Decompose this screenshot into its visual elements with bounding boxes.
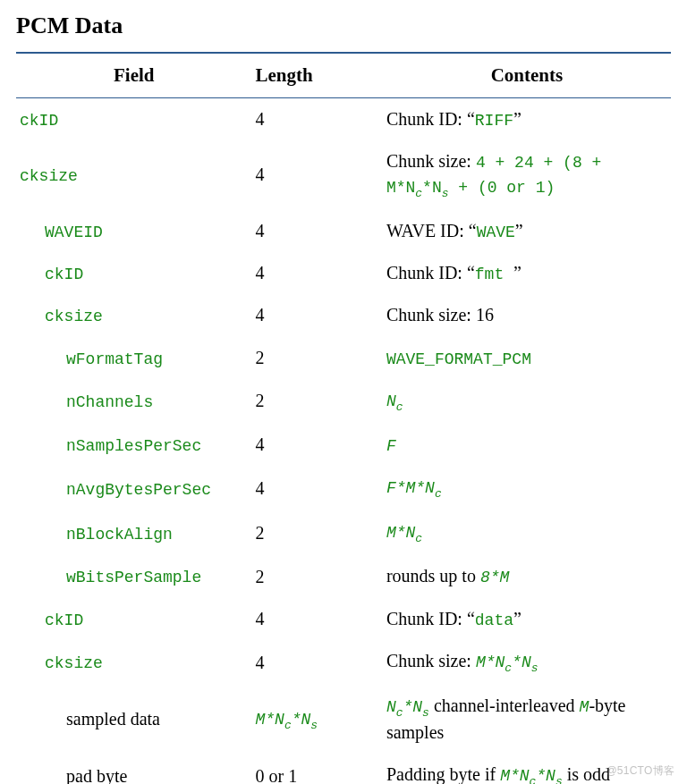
table-row: pad byte0 or 1Padding byte if M*Nc*Ns is… (16, 754, 671, 784)
cell-field: nAvgBytesPerSec (16, 466, 252, 510)
cell-length: 2 (252, 510, 383, 555)
cell-contents: Chunk ID: “fmt ” (383, 252, 671, 294)
cell-length: M*Nc*Ns (252, 685, 383, 754)
cell-contents: F (383, 424, 671, 466)
table-row: ckID4Chunk ID: “data” (16, 598, 671, 640)
cell-contents: F*M*Nc (383, 466, 671, 510)
cell-length: 4 (252, 424, 383, 466)
cell-field: cksize (16, 140, 252, 209)
table-row: ckID4Chunk ID: “fmt ” (16, 252, 671, 294)
table-row: ckID4Chunk ID: “RIFF” (16, 98, 671, 141)
table-row: cksize4Chunk size: 4 + 24 + (8 + M*Nc*Ns… (16, 140, 671, 209)
cell-field: ckID (16, 252, 252, 294)
cell-length: 2 (252, 337, 383, 379)
table-row: nSamplesPerSec4F (16, 424, 671, 466)
cell-length: 2 (252, 379, 383, 424)
table-row: nChannels2Nc (16, 379, 671, 424)
col-header-contents: Contents (383, 53, 671, 98)
cell-length: 4 (252, 640, 383, 685)
cell-contents: Chunk size: 16 (383, 294, 671, 336)
cell-field: cksize (16, 640, 252, 685)
cell-field: wFormatTag (16, 337, 252, 379)
cell-length: 4 (252, 210, 383, 252)
table-row: cksize4Chunk size: M*Nc*Ns (16, 640, 671, 685)
cell-contents: Chunk ID: “RIFF” (383, 98, 671, 141)
cell-length: 4 (252, 140, 383, 209)
cell-field: nChannels (16, 379, 252, 424)
cell-field: sampled data (16, 685, 252, 754)
cell-contents: WAVE_FORMAT_PCM (383, 337, 671, 379)
cell-length: 4 (252, 598, 383, 640)
cell-field: nSamplesPerSec (16, 424, 252, 466)
table-row: nAvgBytesPerSec4F*M*Nc (16, 466, 671, 510)
cell-field: cksize (16, 294, 252, 336)
cell-contents: M*Nc (383, 510, 671, 555)
cell-length: 2 (252, 555, 383, 597)
cell-length: 4 (252, 294, 383, 336)
table-row: WAVEID4WAVE ID: “WAVE” (16, 210, 671, 252)
cell-field: ckID (16, 598, 252, 640)
cell-contents: rounds up to 8*M (383, 555, 671, 597)
cell-field: wBitsPerSample (16, 555, 252, 597)
page-title: PCM Data (16, 13, 671, 39)
cell-contents: Padding byte if M*Nc*Ns is odd (383, 754, 671, 784)
table-row: sampled dataM*Nc*NsNc*Ns channel-interle… (16, 685, 671, 754)
cell-field: nBlockAlign (16, 510, 252, 555)
cell-contents: Nc (383, 379, 671, 424)
cell-contents: Chunk size: M*Nc*Ns (383, 640, 671, 685)
table-row: wBitsPerSample2rounds up to 8*M (16, 555, 671, 597)
cell-length: 4 (252, 252, 383, 294)
col-header-field: Field (16, 53, 252, 98)
col-header-length: Length (252, 53, 383, 98)
cell-length: 4 (252, 466, 383, 510)
cell-length: 0 or 1 (252, 754, 383, 784)
cell-field: WAVEID (16, 210, 252, 252)
cell-length: 4 (252, 98, 383, 141)
table-row: nBlockAlign2M*Nc (16, 510, 671, 555)
cell-contents: Chunk ID: “data” (383, 598, 671, 640)
cell-contents: Chunk size: 4 + 24 + (8 + M*Nc*Ns + (0 o… (383, 140, 671, 209)
table-row: wFormatTag2WAVE_FORMAT_PCM (16, 337, 671, 379)
cell-contents: Nc*Ns channel-interleaved M-byte samples (383, 685, 671, 754)
cell-contents: WAVE ID: “WAVE” (383, 210, 671, 252)
cell-field: pad byte (16, 754, 252, 784)
table-header-row: Field Length Contents (16, 53, 671, 98)
cell-field: ckID (16, 98, 252, 141)
pcm-table: Field Length Contents ckID4Chunk ID: “RI… (16, 52, 671, 784)
table-row: cksize4Chunk size: 16 (16, 294, 671, 336)
